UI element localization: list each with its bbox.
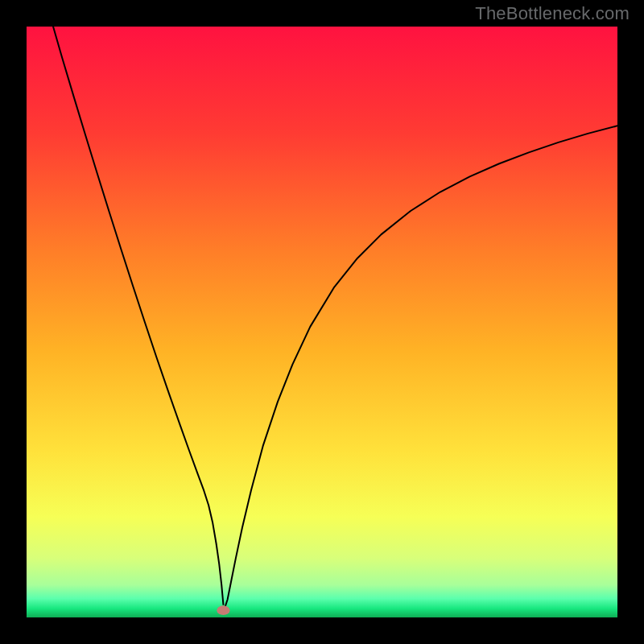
chart-svg	[27, 27, 617, 617]
watermark-text: TheBottleneck.com	[475, 3, 630, 24]
valley-marker	[217, 605, 229, 615]
chart-frame: TheBottleneck.com	[0, 0, 644, 644]
gradient-background	[27, 27, 617, 617]
plot-area	[27, 27, 617, 617]
